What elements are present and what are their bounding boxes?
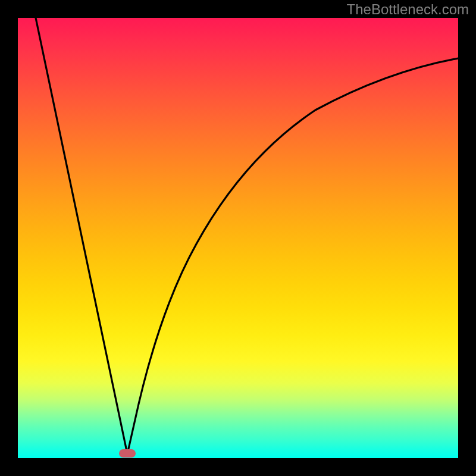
- chart-lines: [18, 18, 458, 458]
- watermark-text: TheBottleneck.com: [347, 1, 469, 18]
- chart-left-line: [36, 18, 127, 454]
- plot-area: [18, 18, 458, 458]
- valley-marker: [119, 449, 136, 458]
- chart-right-curve: [127, 58, 458, 454]
